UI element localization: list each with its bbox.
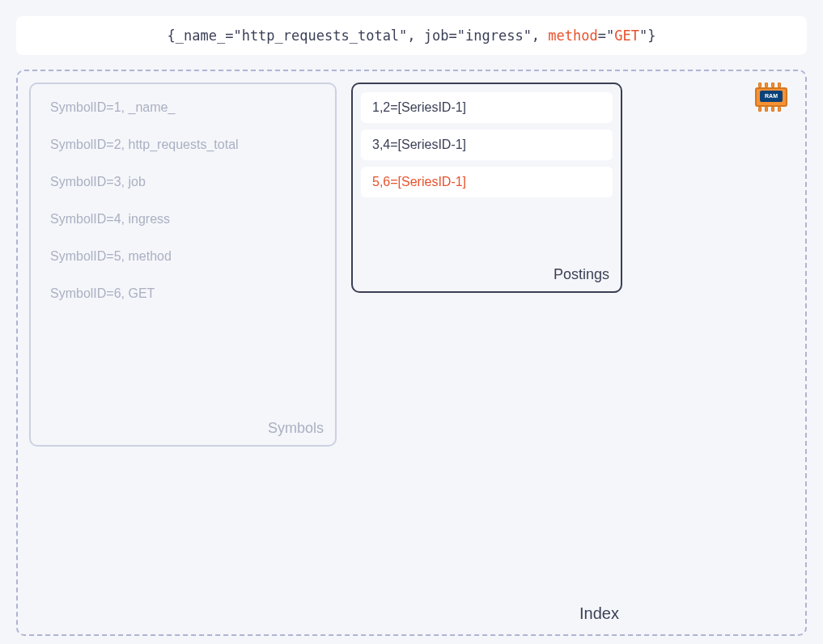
query-highlight: method xyxy=(548,28,597,44)
query-bar: {_name_="http_requests_total", job="ingr… xyxy=(16,16,807,55)
symbol-item: SymbolID=3, job xyxy=(39,167,327,197)
posting-item: 5,6=[SeriesID-1] xyxy=(361,167,613,197)
symbol-item: SymbolID=6, GET xyxy=(39,278,327,309)
posting-item: 3,4=[SeriesID-1] xyxy=(361,129,613,160)
ram-label: RAM xyxy=(760,91,783,102)
postings-label: Postings xyxy=(554,266,609,283)
index-container: RAM SymbolID=1, _name_SymbolID=2, http_r… xyxy=(16,70,807,636)
symbols-label: Symbols xyxy=(268,420,324,437)
symbol-item: SymbolID=1, _name_ xyxy=(39,92,327,123)
posting-item: 1,2=[SeriesID-1] xyxy=(361,92,613,123)
postings-panel: 1,2=[SeriesID-1]3,4=[SeriesID-1]5,6=[Ser… xyxy=(351,83,622,293)
symbols-panel: SymbolID=1, _name_SymbolID=2, http_reque… xyxy=(29,83,337,447)
index-label: Index xyxy=(579,604,619,623)
query-text: {_name_="http_requests_total", job="ingr… xyxy=(168,28,549,44)
symbol-item: SymbolID=2, http_requests_total xyxy=(39,129,327,160)
ram-icon: RAM xyxy=(752,83,791,112)
query-highlight: GET xyxy=(614,28,639,44)
query-text: =" xyxy=(598,28,614,44)
symbol-item: SymbolID=5, method xyxy=(39,241,327,272)
symbol-item: SymbolID=4, ingress xyxy=(39,204,327,235)
query-text: "} xyxy=(639,28,655,44)
